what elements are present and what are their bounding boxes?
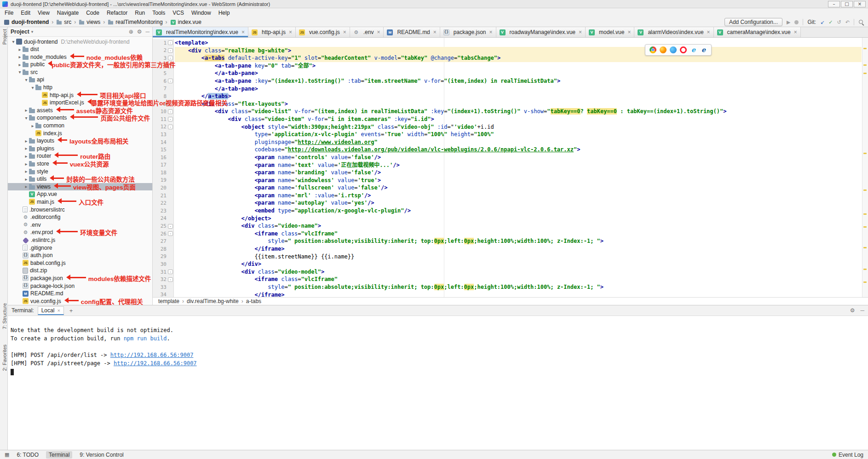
- statusbar-event-log[interactable]: Event Log: [832, 452, 863, 458]
- tree-item-.eslintrc.js[interactable]: .eslintrc.js: [8, 236, 152, 244]
- error-stripe-mark[interactable]: [863, 153, 867, 154]
- tree-item-public[interactable]: ▸publicpublic资源文件夹，一般放引用的第三方插件: [8, 61, 152, 69]
- chevron-down-icon[interactable]: ▾: [31, 29, 34, 34]
- project-panel-title[interactable]: Project: [11, 29, 29, 35]
- code-line[interactable]: </a-tabs>: [175, 92, 862, 100]
- fold-icon[interactable]: -: [168, 79, 173, 83]
- fold-icon[interactable]: -: [168, 125, 173, 129]
- close-tab-icon[interactable]: ×: [627, 29, 631, 35]
- close-tab-icon[interactable]: ×: [377, 29, 380, 35]
- tree-item-common[interactable]: ▸common: [8, 122, 152, 130]
- close-tab-icon[interactable]: ×: [794, 29, 797, 35]
- menu-run[interactable]: Run: [131, 9, 149, 17]
- expand-arrow-icon[interactable]: ▸: [17, 54, 23, 59]
- tree-item-.browserslistrc[interactable]: .browserslistrc: [8, 206, 152, 213]
- add-configuration-button[interactable]: Add Configuration...: [724, 18, 782, 26]
- expand-arrow-icon[interactable]: ▸: [23, 108, 29, 113]
- code-line[interactable]: style=" position:absolute;visibility:inh…: [175, 237, 862, 245]
- expand-arrow-icon[interactable]: ▸: [23, 146, 29, 151]
- statusbar-9-version-control[interactable]: 9: Version Control: [80, 452, 123, 458]
- tree-item-store[interactable]: ▸storevuex公共资源: [8, 160, 152, 168]
- fold-icon[interactable]: -: [168, 109, 173, 114]
- chrome-icon[interactable]: [650, 46, 656, 53]
- code-line[interactable]: <param name='branding' value='false'/>: [175, 169, 862, 177]
- fold-icon[interactable]: -: [168, 48, 173, 53]
- code-line[interactable]: <div class="flex-layouts">: [175, 100, 862, 108]
- code-line[interactable]: <param name='text' value='正在加载视频中...'/>: [175, 161, 862, 169]
- tree-item-main.js[interactable]: main.js入口文件: [8, 198, 152, 206]
- git-history-icon[interactable]: ↶: [845, 19, 850, 25]
- code-line[interactable]: <param name='windowless' value='true'>: [175, 177, 862, 184]
- statusbar-terminal[interactable]: Terminal: [46, 451, 72, 459]
- breadcrumb-item-duoji-frontend[interactable]: duoji-frontend: [4, 19, 49, 25]
- edge-icon[interactable]: e: [700, 46, 707, 53]
- close-tab-icon[interactable]: ×: [579, 29, 582, 35]
- code-line[interactable]: <param name='autoplay' value='yes'/>: [175, 199, 862, 207]
- tab-roadwayManage\index.vue[interactable]: roadwayManage\index.vue×: [496, 27, 586, 37]
- close-terminal-tab-icon[interactable]: ×: [57, 308, 60, 313]
- close-window-icon[interactable]: ×: [854, 1, 866, 7]
- menu-help[interactable]: Help: [215, 9, 234, 17]
- tab-realTimeMonitoring\index.vue[interactable]: realTimeMonitoring\index.vue×: [153, 27, 248, 37]
- error-stripe-mark[interactable]: [863, 189, 867, 191]
- menu-refactor[interactable]: Refactor: [103, 9, 131, 17]
- settings-gear-icon[interactable]: ⚙: [137, 29, 142, 35]
- tree-item-babel.config.js[interactable]: babel.config.js: [8, 259, 152, 267]
- code-line[interactable]: </iframe>: [175, 291, 862, 297]
- terminal-settings-gear-icon[interactable]: ⚙: [850, 307, 855, 314]
- terminal-tab-local[interactable]: Local ×: [38, 306, 64, 315]
- expand-arrow-icon[interactable]: ▸: [23, 154, 29, 159]
- tab-package.json[interactable]: package.json×: [440, 27, 496, 37]
- code-line[interactable]: <a-tab-pane :key="(index+1).toString()" …: [175, 77, 862, 85]
- expand-arrow-icon[interactable]: ▸: [30, 123, 35, 128]
- tree-item-layouts[interactable]: ▸layoutslayouts全局布局相关: [8, 137, 152, 145]
- ie-icon[interactable]: e: [690, 46, 697, 53]
- error-stripe-mark[interactable]: [863, 226, 867, 228]
- close-tab-icon[interactable]: ×: [343, 29, 346, 35]
- error-stripe-mark[interactable]: [863, 48, 867, 49]
- close-tab-icon[interactable]: ×: [289, 29, 292, 35]
- code-line[interactable]: </a-tab-pane>: [175, 85, 862, 93]
- git-commit-icon[interactable]: ✓: [828, 19, 833, 25]
- expand-arrow-icon[interactable]: ▸: [17, 62, 23, 67]
- code-line[interactable]: </div>: [175, 260, 862, 268]
- search-everywhere-icon[interactable]: [858, 19, 864, 25]
- code-line[interactable]: <div class="video-list" v-for="(item,ind…: [175, 108, 862, 115]
- git-update-icon[interactable]: ↙: [820, 19, 824, 25]
- tab-cameraManage\index.vue[interactable]: cameraManage\index.vue×: [714, 27, 801, 37]
- tab-model.vue[interactable]: model.vue×: [586, 27, 634, 37]
- editor-area[interactable]: 1-2-3-4-56-789-10-11-12-1314151617181920…: [153, 38, 868, 297]
- tree-item-.gitignore[interactable]: .gitignore: [8, 244, 152, 252]
- tool-button-structure[interactable]: 7: Structure: [0, 303, 7, 329]
- terminal-link[interactable]: http://192.168.66.56:9007: [114, 360, 197, 367]
- fold-icon[interactable]: -: [168, 270, 173, 274]
- error-stripe-mark[interactable]: [863, 269, 867, 270]
- menu-file[interactable]: File: [1, 9, 17, 17]
- code-line[interactable]: pluginspage="http://www.videolan.org": [175, 138, 862, 146]
- collapse-arrow-icon[interactable]: ▾: [30, 85, 35, 90]
- terminal-output[interactable]: Note that the development build is not o…: [8, 316, 868, 450]
- code-line[interactable]: <object style="width:390px;height:219px"…: [175, 123, 862, 131]
- menu-window[interactable]: Window: [188, 9, 215, 17]
- tree-item-.editorconfig[interactable]: .editorconfig: [8, 213, 152, 221]
- collapse-arrow-icon[interactable]: ▾: [23, 115, 29, 120]
- tree-item-components[interactable]: ▾components页面公共组件文件: [8, 114, 152, 122]
- collapse-arrow-icon[interactable]: ▾: [23, 77, 29, 82]
- code-line[interactable]: <embed type="application/x-google-vlc-pl…: [175, 207, 862, 215]
- expand-arrow-icon[interactable]: ▸: [23, 177, 29, 182]
- expand-arrow-icon[interactable]: ▸: [23, 184, 29, 189]
- code-line[interactable]: <div class="realTime bg-white">: [175, 47, 862, 55]
- tree-item-duoji-frontend[interactable]: ▾duoji-frontendD:\zheheWeb\duoji-fronten…: [8, 38, 152, 46]
- error-stripe-mark[interactable]: [863, 64, 867, 66]
- tree-item-.env.prod[interactable]: .env.prod环境变量文件: [8, 229, 152, 236]
- debug-icon[interactable]: [794, 20, 799, 24]
- error-stripe-mark[interactable]: [863, 213, 867, 215]
- code-line[interactable]: style=" position:absolute;visibility:inh…: [175, 283, 862, 291]
- statusbar-6-todo[interactable]: 6: TODO: [17, 452, 39, 458]
- code-line[interactable]: <param name='mrl' :value='i.rtsp'/>: [175, 192, 862, 200]
- tree-item-api[interactable]: ▾api: [8, 76, 152, 84]
- fold-icon[interactable]: -: [168, 40, 173, 45]
- code-line[interactable]: <iframe class="vlcIframe": [175, 275, 862, 283]
- tab-alarmVideos\index.vue[interactable]: alarmVideos\index.vue×: [634, 27, 713, 37]
- tree-item-package.json[interactable]: package.jsonmodules依赖描述文件: [8, 275, 152, 282]
